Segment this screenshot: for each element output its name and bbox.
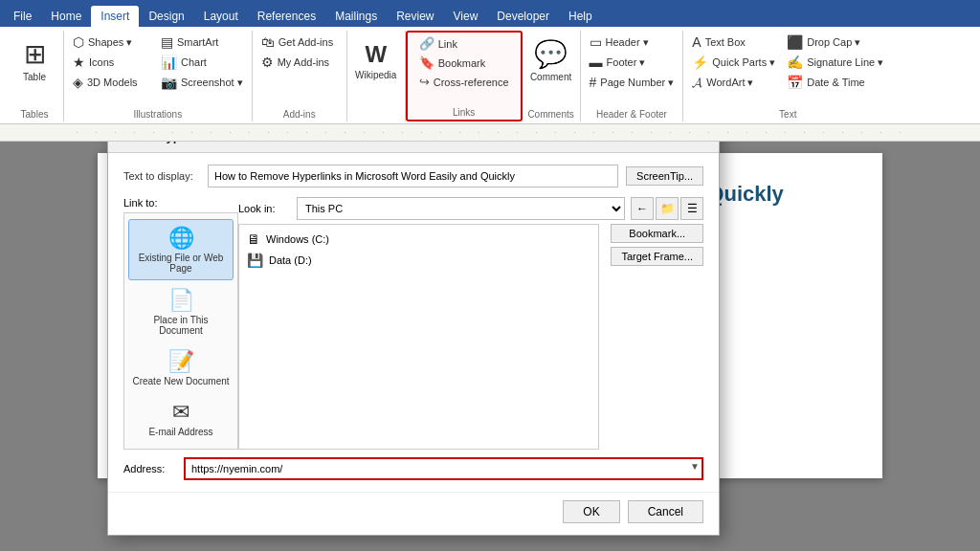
illustrations-group: ⬡ Shapes ▾ ★ Icons ◈ 3D Models ▤ bbox=[64, 31, 253, 121]
tab-mailings[interactable]: Mailings bbox=[325, 6, 387, 27]
tab-review[interactable]: Review bbox=[387, 6, 443, 27]
wordart-button[interactable]: 𝓐 WordArt ▾ bbox=[687, 73, 780, 93]
dialog-help-button[interactable]: ? bbox=[667, 142, 684, 144]
my-addins-button[interactable]: ⚙ My Add-ins bbox=[256, 53, 343, 72]
file-item-windows[interactable]: 🖥 Windows (C:) bbox=[243, 229, 594, 250]
quick-parts-icon: ⚡ bbox=[692, 55, 708, 70]
wikipedia-icon: W bbox=[365, 41, 387, 68]
smartart-button[interactable]: ▤ SmartArt bbox=[156, 33, 248, 52]
address-row: Address: ▼ bbox=[123, 457, 703, 480]
icons-icon: ★ bbox=[73, 55, 85, 70]
tab-home[interactable]: Home bbox=[41, 6, 91, 27]
tab-help[interactable]: Help bbox=[559, 6, 602, 27]
links-group-body: 🔗 Link 🔖 Bookmark ↪ Cross-reference bbox=[413, 34, 515, 104]
address-label: Address: bbox=[123, 463, 176, 474]
dialog-main-section: Link to: 🌐 Existing File or Web Page 📄 P… bbox=[123, 197, 703, 450]
address-dropdown-icon[interactable]: ▼ bbox=[690, 461, 700, 472]
link-to-label: Link to: bbox=[123, 197, 238, 209]
drop-cap-button[interactable]: ⬛ Drop Cap ▾ bbox=[782, 33, 888, 52]
link-existing-file[interactable]: 🌐 Existing File or Web Page bbox=[128, 219, 234, 280]
comment-button[interactable]: 💬 Comment bbox=[526, 33, 576, 88]
text-display-row: Text to display: ScreenTip... bbox=[123, 165, 703, 187]
text-display-label: Text to display: bbox=[123, 170, 200, 182]
dialog-overlay: Insert Hyperlink ? ✕ Text to display: Sc… bbox=[0, 142, 980, 551]
dialog-body: Text to display: ScreenTip... Link to: bbox=[108, 153, 719, 492]
data-drive-icon: 💾 bbox=[247, 253, 263, 268]
links-group-label: Links bbox=[408, 107, 521, 118]
signature-line-button[interactable]: ✍ Signature Line ▾ bbox=[782, 53, 888, 72]
lookin-toolbar: ← 📁 ☰ bbox=[631, 197, 703, 220]
illustrations-group-label: Illustrations bbox=[64, 109, 252, 120]
content-area: How to Remove Hyperlinks in Microsoft Wo… bbox=[0, 142, 980, 551]
tables-group-label: Tables bbox=[6, 109, 63, 120]
date-time-button[interactable]: 📅 Date & Time bbox=[782, 73, 888, 92]
3d-models-icon: ◈ bbox=[73, 75, 83, 90]
bookmark-dialog-button[interactable]: Bookmark... bbox=[611, 224, 703, 243]
link-place-document[interactable]: 📄 Place in This Document bbox=[128, 282, 234, 342]
header-footer-body: ▭ Header ▾ ▬ Footer ▾ # Page Number ▾ bbox=[585, 33, 679, 106]
tab-view[interactable]: View bbox=[444, 6, 488, 27]
get-addins-button[interactable]: 🛍 Get Add-ins bbox=[256, 33, 343, 52]
quick-parts-button[interactable]: ⚡ Quick Parts ▾ bbox=[687, 53, 780, 72]
browse-section: Look in: This PC ← 📁 ☰ bbox=[238, 197, 703, 450]
tab-layout[interactable]: Layout bbox=[194, 6, 248, 27]
text-display-input[interactable] bbox=[208, 165, 618, 187]
shapes-button[interactable]: ⬡ Shapes ▾ bbox=[68, 33, 154, 52]
bookmark-icon: 🔖 bbox=[419, 55, 434, 70]
link-create-new[interactable]: 📝 Create New Document bbox=[128, 343, 234, 392]
wikipedia-button[interactable]: W Wikipedia bbox=[351, 33, 401, 88]
cancel-button[interactable]: Cancel bbox=[628, 500, 703, 523]
dialog-title: Insert Hyperlink bbox=[120, 142, 213, 143]
table-button[interactable]: ⊞ Table bbox=[10, 33, 59, 88]
tab-file[interactable]: File bbox=[4, 6, 41, 27]
link-icon: 🔗 bbox=[419, 36, 434, 51]
header-footer-group: ▭ Header ▾ ▬ Footer ▾ # Page Number ▾ He… bbox=[581, 31, 684, 121]
create-folder-button[interactable]: 📁 bbox=[656, 197, 679, 220]
header-icon: ▭ bbox=[590, 34, 602, 50]
cross-reference-button[interactable]: ↪ Cross-reference bbox=[413, 73, 515, 91]
text-col1: A Text Box ⚡ Quick Parts ▾ 𝓐 WordArt ▾ bbox=[687, 33, 780, 93]
ok-button[interactable]: OK bbox=[563, 500, 619, 523]
wikipedia-group-body: W Wikipedia bbox=[351, 33, 401, 106]
file-item-data[interactable]: 💾 Data (D:) bbox=[243, 250, 594, 271]
target-frame-button[interactable]: Target Frame... bbox=[611, 247, 703, 266]
view-options-button[interactable]: ☰ bbox=[680, 197, 703, 220]
side-buttons: Bookmark... Target Frame... bbox=[603, 224, 703, 450]
lookin-label: Look in: bbox=[238, 203, 291, 214]
dialog-close-button[interactable]: ✕ bbox=[690, 142, 707, 144]
page-number-button[interactable]: # Page Number ▾ bbox=[585, 73, 679, 92]
tab-insert[interactable]: Insert bbox=[91, 6, 139, 27]
comments-group-label: Comments bbox=[523, 109, 580, 120]
navigate-back-button[interactable]: ← bbox=[631, 197, 654, 220]
textbox-button[interactable]: A Text Box bbox=[687, 33, 780, 52]
chart-button[interactable]: 📊 Chart bbox=[156, 53, 248, 72]
ribbon-tabs: File Home Insert Design Layout Reference… bbox=[0, 0, 980, 27]
bookmark-button[interactable]: 🔖 Bookmark bbox=[413, 54, 515, 72]
tab-developer[interactable]: Developer bbox=[487, 6, 559, 27]
icons-button[interactable]: ★ Icons bbox=[68, 53, 154, 72]
lookin-select[interactable]: This PC bbox=[297, 197, 625, 220]
address-input[interactable] bbox=[184, 457, 703, 480]
smartart-icon: ▤ bbox=[161, 34, 173, 50]
screenshot-button[interactable]: 📷 Screenshot ▾ bbox=[156, 73, 248, 92]
link-button[interactable]: 🔗 Link bbox=[413, 34, 515, 53]
shapes-icon: ⬡ bbox=[73, 34, 84, 50]
chart-icon: 📊 bbox=[161, 55, 177, 70]
screentip-button[interactable]: ScreenTip... bbox=[626, 166, 703, 186]
text-group-label: Text bbox=[683, 109, 892, 120]
tab-design[interactable]: Design bbox=[139, 6, 193, 27]
doc-background: How to Remove Hyperlinks in Microsoft Wo… bbox=[0, 142, 980, 551]
insert-hyperlink-dialog: Insert Hyperlink ? ✕ Text to display: Sc… bbox=[107, 142, 720, 536]
wikipedia-group: W Wikipedia bbox=[347, 31, 406, 121]
comments-group-body: 💬 Comment bbox=[526, 33, 576, 106]
3d-models-button[interactable]: ◈ 3D Models bbox=[68, 73, 154, 92]
links-items: 🔗 Link 🔖 Bookmark ↪ Cross-reference bbox=[413, 34, 515, 104]
tab-references[interactable]: References bbox=[248, 6, 325, 27]
link-email-address[interactable]: ✉ E-mail Address bbox=[128, 394, 234, 443]
header-button[interactable]: ▭ Header ▾ bbox=[585, 33, 679, 52]
illustrations-group-body: ⬡ Shapes ▾ ★ Icons ◈ 3D Models ▤ bbox=[68, 33, 248, 106]
footer-button[interactable]: ▬ Footer ▾ bbox=[585, 53, 679, 72]
signature-line-icon: ✍ bbox=[787, 55, 803, 70]
date-time-icon: 📅 bbox=[787, 75, 803, 90]
links-group: 🔗 Link 🔖 Bookmark ↪ Cross-reference Link… bbox=[406, 31, 523, 121]
